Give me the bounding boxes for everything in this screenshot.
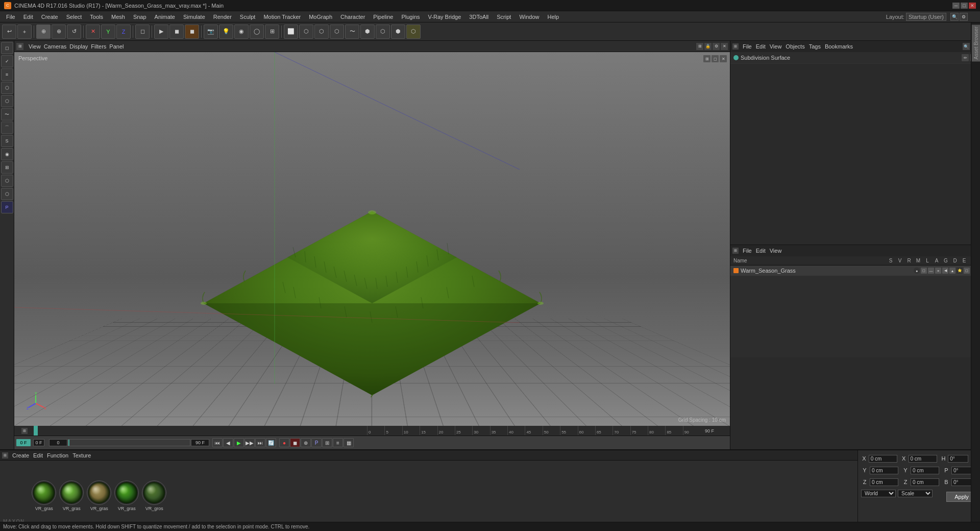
material-item-4[interactable]: VR_gras [114, 480, 139, 511]
obj-icon-4[interactable]: ≡ [935, 268, 941, 274]
b-input[interactable] [951, 478, 972, 486]
material-item-3[interactable]: VR_gras [87, 480, 111, 511]
vp-menu-filters[interactable]: Filters [91, 43, 106, 50]
play-forward-button[interactable]: ▶▶ [244, 438, 255, 447]
material-button[interactable]: ◉ [234, 25, 249, 39]
menu-mesh[interactable]: Mesh [107, 13, 129, 21]
obj-icon-6[interactable]: ▲ [949, 268, 955, 274]
undo-button[interactable]: ↩ [2, 25, 16, 39]
vp-menu-cameras[interactable]: Cameras [44, 43, 67, 50]
menu-pipeline[interactable]: Pipeline [369, 13, 397, 21]
light-button[interactable]: 💡 [219, 25, 233, 39]
rp-menu-bookmarks[interactable]: Bookmarks [825, 43, 853, 50]
menu-select[interactable]: Select [62, 13, 86, 21]
world-dropdown[interactable]: World [861, 490, 896, 497]
sidebar-select-btn[interactable]: ◻ [1, 42, 13, 54]
spline-button[interactable]: 〜 [345, 25, 359, 39]
timeline-btn4[interactable]: P [311, 438, 322, 447]
timeline-btn5[interactable]: ⊞ [322, 438, 332, 447]
asset-browser-panel[interactable]: Asset Browser [971, 22, 980, 522]
obj-icon-7[interactable]: ⭐ [957, 268, 963, 274]
material-item-1[interactable]: VR_gras [32, 480, 56, 511]
sidebar-spline-btn[interactable]: 〜 [1, 108, 13, 120]
menu-script[interactable]: Script [493, 13, 515, 21]
sidebar-layer-btn[interactable]: ≡ [1, 68, 13, 81]
hair-button[interactable]: ⬡ [406, 25, 421, 39]
sidebar-s-btn[interactable]: S [1, 135, 13, 147]
x-size-input[interactable] [909, 455, 937, 463]
cylinder-button[interactable]: ⬡ [314, 25, 329, 39]
rp-menu-edit[interactable]: Edit [756, 43, 766, 50]
vp-menu-view[interactable]: View [29, 43, 41, 50]
vp-corner-icon3[interactable]: ✕ [720, 55, 727, 62]
rp-menu-file[interactable]: File [743, 43, 752, 50]
material-item-5[interactable]: VR_gros [142, 480, 166, 511]
mat-menu-texture[interactable]: Texture [72, 452, 91, 458]
sidebar-texture-btn[interactable]: ⬡ [1, 175, 13, 187]
rp-menu-objects[interactable]: Objects [786, 43, 804, 50]
layout-value[interactable]: Startup (User) [906, 13, 946, 21]
go-to-start-button[interactable]: ⏮ [212, 438, 223, 447]
vp-menu-display[interactable]: Display [69, 43, 88, 50]
obj-icon-2[interactable]: ◻ [921, 268, 927, 274]
menu-help[interactable]: Help [544, 13, 564, 21]
obj-icon-8[interactable]: ◻ [964, 268, 970, 274]
scale-tool-button[interactable]: ⊕ [52, 25, 66, 39]
vp-corner-icon1[interactable]: ⊞ [703, 55, 710, 62]
vp-settings-icon[interactable]: ⚙ [713, 43, 720, 50]
timeline-btn6[interactable]: ≡ [333, 438, 343, 447]
sidebar-check-btn[interactable]: ✓ [1, 55, 13, 67]
y-size-input[interactable] [911, 467, 939, 474]
loop-button[interactable]: 🔄 [266, 438, 276, 447]
p-input[interactable] [951, 467, 972, 474]
menu-3dtoall[interactable]: 3DToAll [465, 13, 493, 21]
deform-button[interactable]: ⬡ [376, 25, 390, 39]
rotate-tool-button[interactable]: ↺ [67, 25, 81, 39]
menu-create[interactable]: Create [37, 13, 62, 21]
y-position-input[interactable] [870, 467, 898, 474]
obj-icon-3[interactable]: — [928, 268, 934, 274]
render-to-po-button[interactable]: ◼ [169, 25, 184, 39]
menu-character[interactable]: Character [336, 13, 369, 21]
close-button[interactable]: ✕ [969, 3, 976, 9]
menu-simulate[interactable]: Simulate [179, 13, 209, 21]
camera-button[interactable]: 📷 [204, 25, 218, 39]
rp-menu-view[interactable]: View [770, 43, 782, 50]
play-button[interactable]: ▶ [234, 438, 244, 447]
sidebar-python-btn[interactable]: P [1, 201, 13, 213]
vp-lock-icon[interactable]: 🔒 [704, 43, 712, 50]
move-tool-button[interactable]: ⊕ [36, 25, 51, 39]
floor-button[interactable]: ⊞ [265, 25, 279, 39]
scale-dropdown[interactable]: Scale [898, 490, 933, 497]
3d-viewport[interactable]: Perspective Grid Spacing : 10 cm ⊞ ◻ ✕ X [14, 52, 730, 426]
settings-icon[interactable]: ⚙ [960, 13, 968, 21]
sidebar-anim-btn[interactable]: ⬡ [1, 188, 13, 200]
menu-vray-bridge[interactable]: V-Ray Bridge [424, 13, 465, 21]
om-menu-view[interactable]: View [770, 248, 782, 254]
object-row-warm-season-grass[interactable]: Warm_Season_Grass ● ◻ — ≡ ◀ ▲ ⭐ ◻ ⚑ [730, 266, 980, 276]
search-icon[interactable]: 🔍 [950, 13, 959, 21]
rp-search-icon[interactable]: 🔍 [963, 43, 970, 50]
maximize-button[interactable]: □ [961, 3, 968, 9]
mat-menu-create[interactable]: Create [12, 452, 29, 458]
menu-render[interactable]: Render [209, 13, 236, 21]
material-item-2[interactable]: VR_gras [59, 480, 84, 511]
go-to-end-button[interactable]: ⏭ [255, 438, 265, 447]
mograph-button[interactable]: ⬢ [391, 25, 405, 39]
record-button[interactable]: ● [279, 438, 289, 447]
menu-window[interactable]: Window [515, 13, 543, 21]
om-menu-edit[interactable]: Edit [756, 248, 766, 254]
z-size-input[interactable] [911, 478, 939, 486]
plane-button[interactable]: ⬡ [330, 25, 344, 39]
anim-slider[interactable] [68, 439, 190, 446]
timeline-btn3[interactable]: ⊕ [301, 438, 311, 447]
play-reverse-button[interactable]: ◀ [223, 438, 233, 447]
menu-motion-tracker[interactable]: Motion Tracker [259, 13, 305, 21]
sphere-button[interactable]: ⬡ [299, 25, 313, 39]
menu-animate[interactable]: Animate [151, 13, 179, 21]
mat-menu-function[interactable]: Function [47, 452, 68, 458]
rp-menu-tags[interactable]: Tags [809, 43, 821, 50]
minimize-button[interactable]: ─ [952, 3, 960, 9]
cube-button[interactable]: ⬜ [284, 25, 298, 39]
timeline-btn7[interactable]: ▦ [344, 438, 354, 447]
